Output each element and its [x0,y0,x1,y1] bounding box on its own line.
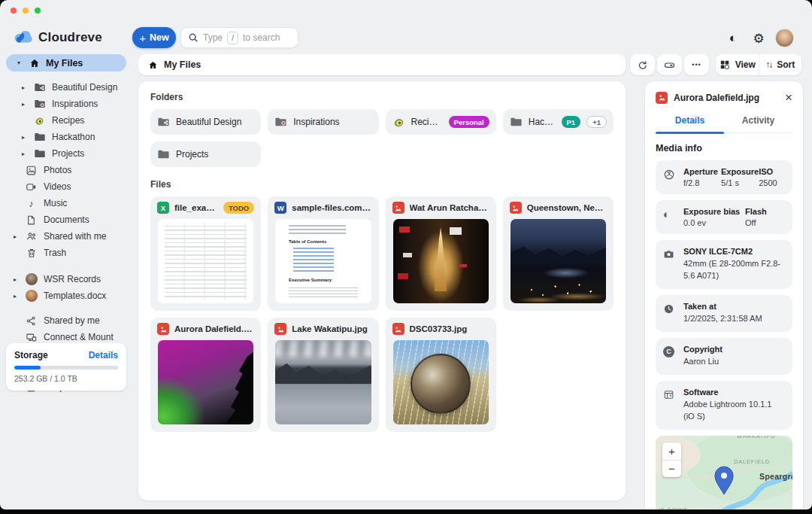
document-icon [25,214,38,227]
cloudreve-logo-icon [14,28,33,47]
image-file-icon [510,202,522,214]
sidebar-item-inspirations[interactable]: ▸ Inspirations [0,96,132,112]
file-card-word[interactable]: W sample-files.com-form... Table of Cont… [268,196,378,311]
sidebar-item-templates-docx[interactable]: ▸ Templates.docx [0,287,132,304]
exposure-icon: ◐ [663,207,677,227]
file-browser-panel: Folders Beautiful Design Inspirations Re… [138,81,626,500]
chevron-right-icon[interactable]: ▸ [20,84,27,91]
breadcrumb-label: My Files [164,59,201,70]
map-label-dalefield: DALEFIELD [734,458,770,465]
doc-links-block [293,248,333,273]
close-icon[interactable]: × [785,91,792,104]
new-button[interactable]: + New [132,27,176,48]
close-window-button[interactable] [11,8,17,14]
tags-button[interactable] [657,54,682,75]
tab-activity[interactable]: Activity [724,115,792,132]
folder-icon [33,148,46,160]
sidebar-item-videos[interactable]: Videos [0,178,132,195]
user-avatar[interactable] [775,29,794,47]
monitor-icon [25,331,38,344]
chevron-right-icon[interactable]: ▸ [11,293,19,300]
zoom-out-button[interactable]: − [662,460,681,477]
file-card-aurora[interactable]: Aurora Dalefield.jpg [150,318,261,432]
map-label-speargrass: Speargra [759,472,792,481]
folder-icon [510,116,523,129]
file-card-wat-arun[interactable]: Wat Arun Ratchawarar... [386,196,496,311]
app-window: Cloudreve + New Type / to search ◐ ⚙ ▾ M… [0,0,812,509]
sidebar-item-shared-by-me[interactable]: Shared by me [0,312,132,329]
window-controls [11,8,41,14]
personal-badge: Personal [449,116,489,128]
folder-card-hackathon[interactable]: Hackathon P1 +1 [503,109,614,135]
storage-details-link[interactable]: Details [89,350,118,360]
slash-key-hint: / [227,32,238,44]
tab-details[interactable]: Details [656,115,724,132]
maximize-window-button[interactable] [35,8,41,14]
file-card-dsc03733[interactable]: DSC03733.jpg [386,318,496,432]
home-icon [28,56,41,69]
copyright-card: C Copyright Aaron Liu [656,338,792,375]
sidebar-item-shared-with-me[interactable]: ▸ Shared with me [0,228,132,245]
sidebar-item-label: My Files [46,58,83,68]
settings-button[interactable]: ⚙ [749,29,768,47]
sidebar-item-my-files[interactable]: ▾ My Files [6,54,126,71]
photo-thumbnail [511,219,606,303]
excel-file-icon: X [157,202,169,214]
folder-card-inspirations[interactable]: Inspirations [268,109,378,135]
sidebar-item-wsr-records[interactable]: ▸ WSR Records [0,271,132,287]
chevron-right-icon[interactable]: ▸ [11,233,19,240]
folder-card-projects[interactable]: Projects [150,141,261,167]
map-label-point: IS POINT [659,506,688,509]
photo-thumbnail [275,340,371,424]
taken-at-card: Taken at 1/2/2025, 2:31:58 AM [656,295,792,332]
folder-shared-icon [33,81,46,94]
sidebar-item-beautiful-design[interactable]: ▸ Beautiful Design [0,79,132,96]
doc-toc-heading: Table of Contents [289,239,326,244]
storage-card: Storage Details 253.2 GB / 1.0 TB [6,343,126,391]
refresh-button[interactable] [630,54,655,75]
view-button[interactable]: View [716,54,759,75]
photo-icon [25,164,38,177]
location-map[interactable]: WHAKATIPU DALEFIELD Speargra IS POINT + … [656,436,792,509]
search-input[interactable]: Type / to search [180,27,298,48]
sidebar-item-trash[interactable]: Trash [0,245,132,261]
copyright-icon: C [663,345,677,368]
image-file-icon [157,323,169,335]
avocado-icon [33,114,46,127]
sidebar-item-recipes[interactable]: Recipes [0,112,132,129]
sidebar-item-projects[interactable]: ▸ Projects [0,145,132,162]
chevron-down-icon[interactable]: ▾ [15,59,23,66]
files-grid-row-2: Aurora Dalefield.jpg Lake Wakatipu.jpg [150,318,614,432]
sidebar-item-photos[interactable]: Photos [0,162,132,178]
app-logo: Cloudreve [14,27,102,48]
doc-summary-heading: Executive Summary [289,278,332,282]
p1-badge: P1 [562,116,581,128]
file-card-excel[interactable]: X file_example... TODO [150,196,261,311]
software-icon [663,388,677,423]
file-card-lake-wakatipu[interactable]: Lake Wakatipu.jpg [268,318,378,432]
chevron-right-icon[interactable]: ▸ [11,276,19,283]
chevron-right-icon[interactable]: ▸ [20,101,27,108]
clock-icon [663,302,677,325]
image-file-icon [656,92,668,104]
folder-icon [157,148,170,161]
chevron-right-icon[interactable]: ▸ [20,134,27,141]
sidebar-item-hackathon[interactable]: ▸ Hackathon [0,129,132,145]
breadcrumb[interactable]: My Files [138,54,626,75]
more-actions-button[interactable]: ••• [684,54,709,75]
minimize-window-button[interactable] [23,8,29,14]
folder-media-icon [274,116,287,129]
dark-mode-toggle[interactable]: ◐ [723,29,743,47]
zoom-in-button[interactable]: + [662,443,681,460]
files-heading: Files [150,179,614,190]
chevron-right-icon[interactable]: ▸ [20,151,27,157]
sidebar-item-music[interactable]: ♪ Music [0,195,132,211]
storage-progress-fill [14,366,41,370]
sort-button[interactable]: ↑↓ Sort [759,54,802,75]
photo-thumbnail [393,340,489,424]
folder-card-beautiful-design[interactable]: Beautiful Design [150,109,261,135]
file-card-queenstown[interactable]: Queenstown, New Zeal... [503,196,614,311]
folder-card-recipes[interactable]: Recipes Personal [386,109,496,135]
spreadsheet-thumbnail [158,219,253,303]
sidebar-item-documents[interactable]: Documents [0,211,132,228]
